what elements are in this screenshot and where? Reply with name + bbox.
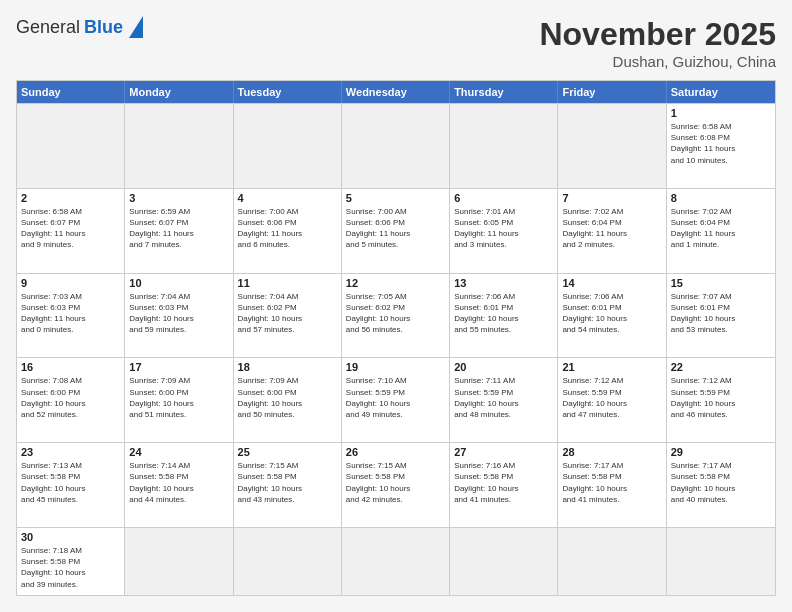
title-area: November 2025 Dushan, Guizhou, China [539,16,776,70]
day-number: 5 [346,192,445,204]
calendar-cell-empty [450,104,558,188]
calendar-cell-19: 19Sunrise: 7:10 AM Sunset: 5:59 PM Dayli… [342,358,450,442]
logo: General Blue [16,16,143,38]
weekday-header-monday: Monday [125,81,233,103]
calendar-cell-empty [125,104,233,188]
day-info: Sunrise: 7:03 AM Sunset: 6:03 PM Dayligh… [21,291,120,336]
calendar-week-2: 2Sunrise: 6:58 AM Sunset: 6:07 PM Daylig… [17,188,775,273]
weekday-header-wednesday: Wednesday [342,81,450,103]
day-info: Sunrise: 7:15 AM Sunset: 5:58 PM Dayligh… [238,460,337,505]
calendar-cell-empty [450,528,558,595]
day-info: Sunrise: 7:17 AM Sunset: 5:58 PM Dayligh… [562,460,661,505]
calendar-header: SundayMondayTuesdayWednesdayThursdayFrid… [17,81,775,103]
calendar-cell-empty [234,528,342,595]
day-info: Sunrise: 7:07 AM Sunset: 6:01 PM Dayligh… [671,291,771,336]
calendar-cell-empty [342,104,450,188]
day-info: Sunrise: 6:58 AM Sunset: 6:08 PM Dayligh… [671,121,771,166]
weekday-header-thursday: Thursday [450,81,558,103]
calendar-cell-3: 3Sunrise: 6:59 AM Sunset: 6:07 PM Daylig… [125,189,233,273]
calendar-cell-9: 9Sunrise: 7:03 AM Sunset: 6:03 PM Daylig… [17,274,125,358]
day-info: Sunrise: 7:06 AM Sunset: 6:01 PM Dayligh… [454,291,553,336]
day-number: 2 [21,192,120,204]
calendar-cell-1: 1Sunrise: 6:58 AM Sunset: 6:08 PM Daylig… [667,104,775,188]
day-info: Sunrise: 6:58 AM Sunset: 6:07 PM Dayligh… [21,206,120,251]
day-number: 18 [238,361,337,373]
day-info: Sunrise: 7:14 AM Sunset: 5:58 PM Dayligh… [129,460,228,505]
day-number: 26 [346,446,445,458]
day-number: 3 [129,192,228,204]
day-number: 6 [454,192,553,204]
day-number: 8 [671,192,771,204]
calendar-cell-11: 11Sunrise: 7:04 AM Sunset: 6:02 PM Dayli… [234,274,342,358]
day-info: Sunrise: 7:04 AM Sunset: 6:03 PM Dayligh… [129,291,228,336]
calendar-week-3: 9Sunrise: 7:03 AM Sunset: 6:03 PM Daylig… [17,273,775,358]
day-number: 7 [562,192,661,204]
day-number: 11 [238,277,337,289]
logo-area: General Blue [16,16,143,38]
day-number: 30 [21,531,120,543]
calendar-cell-2: 2Sunrise: 6:58 AM Sunset: 6:07 PM Daylig… [17,189,125,273]
calendar-cell-empty [558,528,666,595]
calendar-body: 1Sunrise: 6:58 AM Sunset: 6:08 PM Daylig… [17,103,775,595]
day-info: Sunrise: 7:12 AM Sunset: 5:59 PM Dayligh… [562,375,661,420]
day-info: Sunrise: 7:00 AM Sunset: 6:06 PM Dayligh… [238,206,337,251]
day-info: Sunrise: 7:08 AM Sunset: 6:00 PM Dayligh… [21,375,120,420]
calendar-cell-20: 20Sunrise: 7:11 AM Sunset: 5:59 PM Dayli… [450,358,558,442]
calendar-cell-26: 26Sunrise: 7:15 AM Sunset: 5:58 PM Dayli… [342,443,450,527]
calendar-cell-25: 25Sunrise: 7:15 AM Sunset: 5:58 PM Dayli… [234,443,342,527]
calendar-cell-30: 30Sunrise: 7:18 AM Sunset: 5:58 PM Dayli… [17,528,125,595]
day-info: Sunrise: 7:15 AM Sunset: 5:58 PM Dayligh… [346,460,445,505]
day-info: Sunrise: 7:06 AM Sunset: 6:01 PM Dayligh… [562,291,661,336]
logo-triangle-icon [129,16,143,38]
day-number: 20 [454,361,553,373]
day-info: Sunrise: 7:09 AM Sunset: 6:00 PM Dayligh… [238,375,337,420]
calendar-cell-empty [234,104,342,188]
calendar-cell-5: 5Sunrise: 7:00 AM Sunset: 6:06 PM Daylig… [342,189,450,273]
location: Dushan, Guizhou, China [539,53,776,70]
calendar-week-5: 23Sunrise: 7:13 AM Sunset: 5:58 PM Dayli… [17,442,775,527]
weekday-header-tuesday: Tuesday [234,81,342,103]
calendar-cell-27: 27Sunrise: 7:16 AM Sunset: 5:58 PM Dayli… [450,443,558,527]
day-info: Sunrise: 7:02 AM Sunset: 6:04 PM Dayligh… [671,206,771,251]
day-info: Sunrise: 7:17 AM Sunset: 5:58 PM Dayligh… [671,460,771,505]
calendar-cell-16: 16Sunrise: 7:08 AM Sunset: 6:00 PM Dayli… [17,358,125,442]
calendar-week-6: 30Sunrise: 7:18 AM Sunset: 5:58 PM Dayli… [17,527,775,595]
day-number: 22 [671,361,771,373]
day-number: 10 [129,277,228,289]
calendar-cell-23: 23Sunrise: 7:13 AM Sunset: 5:58 PM Dayli… [17,443,125,527]
day-info: Sunrise: 7:18 AM Sunset: 5:58 PM Dayligh… [21,545,120,590]
day-number: 23 [21,446,120,458]
calendar-cell-7: 7Sunrise: 7:02 AM Sunset: 6:04 PM Daylig… [558,189,666,273]
calendar-cell-24: 24Sunrise: 7:14 AM Sunset: 5:58 PM Dayli… [125,443,233,527]
day-number: 17 [129,361,228,373]
day-number: 13 [454,277,553,289]
weekday-header-friday: Friday [558,81,666,103]
calendar-week-1: 1Sunrise: 6:58 AM Sunset: 6:08 PM Daylig… [17,103,775,188]
day-number: 21 [562,361,661,373]
calendar-cell-28: 28Sunrise: 7:17 AM Sunset: 5:58 PM Dayli… [558,443,666,527]
day-info: Sunrise: 6:59 AM Sunset: 6:07 PM Dayligh… [129,206,228,251]
month-title: November 2025 [539,16,776,53]
weekday-header-sunday: Sunday [17,81,125,103]
calendar-cell-21: 21Sunrise: 7:12 AM Sunset: 5:59 PM Dayli… [558,358,666,442]
day-info: Sunrise: 7:16 AM Sunset: 5:58 PM Dayligh… [454,460,553,505]
calendar-cell-empty [125,528,233,595]
calendar-cell-8: 8Sunrise: 7:02 AM Sunset: 6:04 PM Daylig… [667,189,775,273]
calendar-cell-empty [667,528,775,595]
calendar-cell-22: 22Sunrise: 7:12 AM Sunset: 5:59 PM Dayli… [667,358,775,442]
calendar-cell-empty [17,104,125,188]
day-info: Sunrise: 7:01 AM Sunset: 6:05 PM Dayligh… [454,206,553,251]
day-info: Sunrise: 7:05 AM Sunset: 6:02 PM Dayligh… [346,291,445,336]
page: General Blue November 2025 Dushan, Guizh… [0,0,792,612]
day-info: Sunrise: 7:09 AM Sunset: 6:00 PM Dayligh… [129,375,228,420]
day-number: 27 [454,446,553,458]
day-number: 12 [346,277,445,289]
calendar-cell-14: 14Sunrise: 7:06 AM Sunset: 6:01 PM Dayli… [558,274,666,358]
header: General Blue November 2025 Dushan, Guizh… [16,16,776,70]
day-info: Sunrise: 7:10 AM Sunset: 5:59 PM Dayligh… [346,375,445,420]
day-info: Sunrise: 7:12 AM Sunset: 5:59 PM Dayligh… [671,375,771,420]
calendar-cell-13: 13Sunrise: 7:06 AM Sunset: 6:01 PM Dayli… [450,274,558,358]
day-number: 9 [21,277,120,289]
day-number: 4 [238,192,337,204]
calendar-cell-29: 29Sunrise: 7:17 AM Sunset: 5:58 PM Dayli… [667,443,775,527]
